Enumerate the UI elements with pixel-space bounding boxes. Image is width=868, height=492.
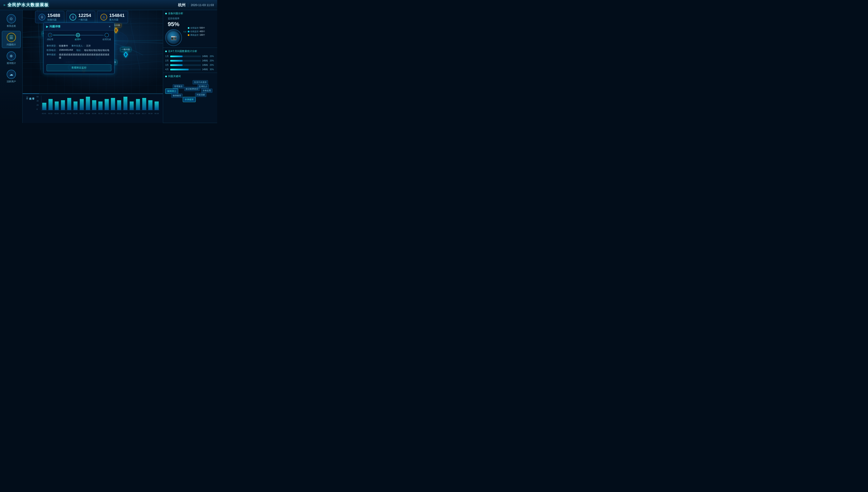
device-left: 监控在线率 95% 📷 xyxy=(165,17,182,46)
chart-bar-11 xyxy=(111,98,115,110)
sidebar-item-users[interactable]: ☁ 活跃用户 xyxy=(2,68,21,85)
stat-card-minor: ☰ 15488 轻微问题 xyxy=(35,11,64,23)
field-description: 事件描述： 描述描述描述描述描述描述描述描述描述描述描述描 xyxy=(47,53,111,59)
field-person: 事件负责人： 汪洋 xyxy=(71,44,91,47)
x-label-12: 02.13 xyxy=(116,113,122,115)
globe-arrow-right[interactable]: › xyxy=(185,30,186,33)
x-label-0: 02.01 xyxy=(41,113,47,115)
camera-icon: 📷 xyxy=(171,35,176,40)
chart-bar-4 xyxy=(67,98,71,110)
sidebar-label-patrol: 巡河统计 xyxy=(7,62,16,65)
month-row-2: 2月 14581 20% xyxy=(165,59,215,62)
device-title-text: 设备问题分析 xyxy=(168,12,183,15)
modal-title-arrow: ▶ xyxy=(46,25,48,28)
map-marker-4[interactable]: 一般问题 xyxy=(121,48,131,58)
bottom-chart-area: 每日事件发生频统（件） 60 40 20 0 02.0102.0202.0302… xyxy=(23,94,163,123)
modal-title-text: 问题详情 xyxy=(49,25,60,28)
keywords-cloud: 生活污水直排 管理落后 乱堆乱占 倾倒渣土 标识标牌老旧 水体反黑 偷倒偷排 河… xyxy=(165,80,215,105)
stat-card-general: ℹ 12254 一般问题 xyxy=(66,11,95,23)
modal-row-2: 联系电话： 15864481458 地址： 地址地址地址地址地址地 xyxy=(47,49,111,52)
device-count-offline: 100个 xyxy=(199,33,205,36)
dot-online xyxy=(188,31,190,32)
field-phone-label: 联系电话： xyxy=(47,49,58,52)
page-title: 全民护水大数据展板 xyxy=(7,2,49,8)
keyword-signs[interactable]: 标识标牌老旧 xyxy=(184,87,200,91)
x-label-4: 02.05 xyxy=(66,113,72,115)
chart-bar-9 xyxy=(98,101,103,110)
month-value-3: 14581 xyxy=(202,64,208,66)
header: » 全民护水大数据展板 杭州 2020-11-03 11:03 xyxy=(0,0,217,10)
x-label-9: 02.10 xyxy=(97,113,103,115)
month-label-4: 4月 xyxy=(165,68,169,71)
device-name-all: 全部监控 xyxy=(190,26,199,29)
chart-bar-group-17 xyxy=(147,96,153,110)
progress-steps: ① 待处理 ● 处理中 ○ 处理完成 xyxy=(44,30,114,43)
keyword-illegal-build[interactable]: 河道违建 xyxy=(195,93,206,97)
chart-bar-10 xyxy=(105,99,109,110)
patrol-icon: ⊕ xyxy=(7,51,16,60)
keyword-management[interactable]: 管理落后 xyxy=(173,84,184,89)
issues-icon: ☰ xyxy=(7,33,16,42)
month-label-1: 1月 xyxy=(165,55,169,58)
users-icon: ☁ xyxy=(7,70,16,79)
device-analysis-content: 监控在线率 95% 📷 ‹ › 全部监控 500个 在线监控 xyxy=(165,17,215,46)
keyword-sewage[interactable]: 生活污水直排 xyxy=(193,80,208,84)
device-name-offline: 离线监控 xyxy=(190,33,199,36)
sidebar-item-issues[interactable]: ☰ 问题统计 xyxy=(2,31,21,48)
keyword-black-water[interactable]: 水体反黑 xyxy=(201,89,213,93)
stat-icon-major: ⚠ xyxy=(100,14,107,21)
x-label-2: 02.03 xyxy=(54,113,59,115)
problem-detail-modal: ▶ 问题详情 × ① 待处理 ● 处理中 ○ 处理完成 xyxy=(44,23,115,74)
modal-row-1: 事件类型： 轻微事件 事件负责人： 汪洋 xyxy=(47,44,111,47)
keyword-slag[interactable]: 倾倒渣土 xyxy=(165,89,178,94)
sidebar-label-issues: 问题统计 xyxy=(7,43,16,46)
monthly-title-text: 近4个月问题数量统计分析 xyxy=(168,49,197,53)
field-address-value: 地址地址地址地址地址地 xyxy=(84,49,109,52)
field-address-label: 地址： xyxy=(76,49,83,52)
marker-diamond-4 xyxy=(124,52,128,58)
chart-bar-2 xyxy=(55,101,59,110)
sidebar-item-home[interactable]: ⊙ 首页总览 xyxy=(2,13,21,29)
chart-bar-7 xyxy=(86,97,90,110)
month-row-4: 4月 14581 30% xyxy=(165,68,215,71)
x-label-10: 02.11 xyxy=(104,113,109,115)
field-phone-value: 15864481458 xyxy=(59,49,73,51)
chart-bar-group-16 xyxy=(141,96,147,110)
globe-arrow-left[interactable]: ‹ xyxy=(183,30,184,33)
sidebar-item-patrol[interactable]: ⊕ 巡河统计 xyxy=(2,50,21,67)
chart-bar-group-2 xyxy=(54,96,60,110)
chart-bar-17 xyxy=(148,100,152,110)
chart-bar-0 xyxy=(42,103,46,110)
sidebar-label-users: 活跃用户 xyxy=(7,80,16,83)
field-type: 事件类型： 轻微事件 xyxy=(47,44,68,47)
month-bar-bg-4 xyxy=(170,69,201,70)
month-bar-bg-1 xyxy=(170,55,201,57)
chart-bar-15 xyxy=(136,99,140,110)
dot-offline xyxy=(188,34,190,36)
stat-cards: ☰ 15488 轻微问题 ℹ 12254 一般问题 ⚠ 154841 重大问题 xyxy=(35,11,128,23)
globe-nav: ‹ › xyxy=(183,30,186,33)
chart-bar-group-6 xyxy=(79,96,84,110)
chart-container: 每日事件发生频统（件） 60 40 20 0 02.0102.0202.0302… xyxy=(26,96,159,121)
modal-title: ▶ 问题详情 xyxy=(46,25,60,28)
month-pct-2: 20% xyxy=(210,59,215,62)
field-phone: 联系电话： 15864481458 xyxy=(47,49,73,52)
section-dot-keywords xyxy=(165,76,167,77)
x-label-13: 02.14 xyxy=(122,113,128,115)
keyword-illegal-dump[interactable]: 偷倒偷排 xyxy=(171,94,182,98)
keyword-water-damage[interactable]: 水体破坏 xyxy=(183,97,196,102)
chart-bar-group-14 xyxy=(129,96,135,110)
view-nearby-cams-button[interactable]: 查看附近监控 xyxy=(47,64,111,71)
device-list: 全部监控 500个 在线监控 400个 离线监控 100个 xyxy=(188,26,205,36)
step-line-2 xyxy=(81,35,103,35)
chart-bar-group-5 xyxy=(72,96,78,110)
step-dot-done: ○ xyxy=(105,33,109,37)
y-label-40: 40 xyxy=(36,100,41,102)
stat-content-minor: 15488 轻微问题 xyxy=(47,13,60,21)
month-row-1: 1月 14581 20% xyxy=(165,55,215,58)
x-label-1: 02.02 xyxy=(47,113,53,115)
x-label-7: 02.08 xyxy=(85,113,91,115)
modal-close-button[interactable]: × xyxy=(107,24,112,29)
x-label-6: 02.07 xyxy=(79,113,84,115)
x-label-5: 02.06 xyxy=(72,113,78,115)
